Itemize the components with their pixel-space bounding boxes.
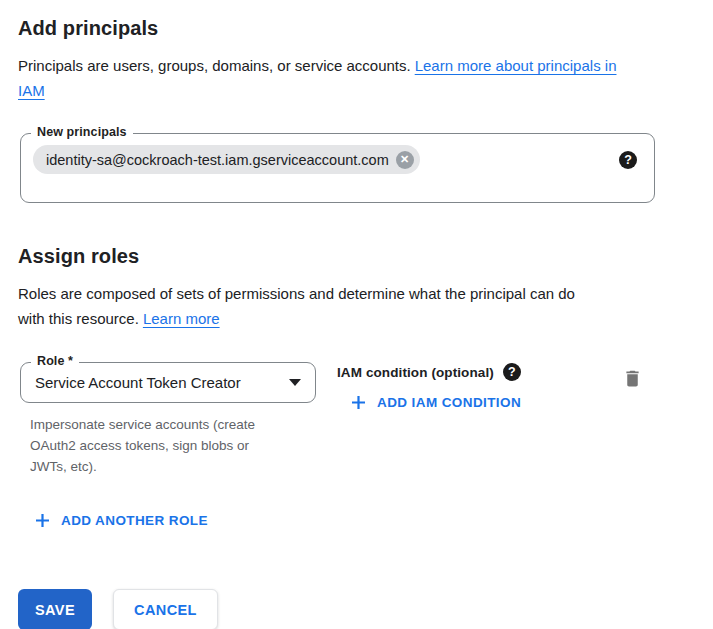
new-principals-help-icon[interactable]: ? bbox=[619, 151, 637, 169]
add-another-role-button[interactable]: ADD ANOTHER ROLE bbox=[35, 513, 208, 528]
add-another-role-label: ADD ANOTHER ROLE bbox=[61, 513, 208, 528]
cancel-button[interactable]: CANCEL bbox=[113, 589, 218, 629]
chevron-down-icon bbox=[289, 379, 301, 386]
new-principals-label: New principals bbox=[31, 125, 133, 139]
role-label: Role * bbox=[31, 354, 79, 368]
dialog-actions: SAVE CANCEL bbox=[18, 589, 695, 629]
learn-more-roles-link[interactable]: Learn more bbox=[143, 310, 220, 327]
role-column: Role * Service Account Token Creator Imp… bbox=[20, 362, 316, 477]
principals-description-text: Principals are users, groups, domains, o… bbox=[18, 57, 411, 74]
roles-description: Roles are composed of sets of permission… bbox=[18, 281, 598, 331]
plus-icon bbox=[35, 513, 50, 528]
role-selected-value: Service Account Token Creator bbox=[35, 374, 241, 391]
principal-chip-value: identity-sa@cockroach-test.iam.gservicea… bbox=[46, 152, 389, 168]
role-helper-text: Impersonate service accounts (create OAu… bbox=[30, 414, 274, 477]
save-button[interactable]: SAVE bbox=[18, 589, 92, 629]
iam-condition-help-icon[interactable]: ? bbox=[503, 363, 521, 381]
role-row: Role * Service Account Token Creator Imp… bbox=[18, 362, 695, 477]
assign-roles-title: Assign roles bbox=[18, 244, 695, 268]
add-principals-panel: Add principals Principals are users, gro… bbox=[0, 0, 713, 629]
roles-description-text: Roles are composed of sets of permission… bbox=[18, 285, 575, 327]
iam-condition-column: IAM condition (optional) ? ADD IAM CONDI… bbox=[337, 362, 521, 414]
principal-chip: identity-sa@cockroach-test.iam.gservicea… bbox=[33, 145, 420, 174]
add-iam-condition-label: ADD IAM CONDITION bbox=[377, 395, 521, 410]
trash-icon bbox=[622, 367, 643, 390]
add-iam-condition-button[interactable]: ADD IAM CONDITION bbox=[351, 395, 521, 410]
chip-remove-icon[interactable]: ✕ bbox=[396, 151, 414, 169]
new-principals-field[interactable]: New principals identity-sa@cockroach-tes… bbox=[20, 133, 655, 203]
principals-description: Principals are users, groups, domains, o… bbox=[18, 53, 640, 103]
role-select[interactable]: Role * Service Account Token Creator bbox=[20, 362, 316, 403]
page-title: Add principals bbox=[18, 16, 695, 40]
delete-role-button[interactable] bbox=[622, 367, 643, 393]
iam-condition-label: IAM condition (optional) bbox=[337, 365, 494, 380]
plus-icon bbox=[351, 395, 366, 410]
iam-condition-header: IAM condition (optional) ? bbox=[337, 363, 521, 381]
